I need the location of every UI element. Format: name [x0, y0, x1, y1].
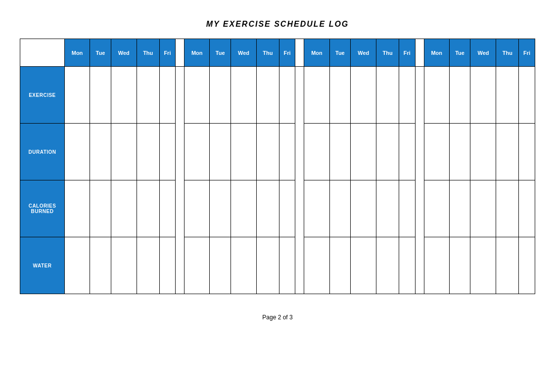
header-week4-fri: Fri	[519, 39, 535, 67]
exercise-w3-wed[interactable]	[351, 67, 376, 124]
water-w3-tue[interactable]	[329, 237, 351, 294]
calories-w4-thu[interactable]	[496, 180, 519, 237]
water-w2-mon[interactable]	[185, 237, 210, 294]
duration-w4-tue[interactable]	[449, 124, 470, 180]
duration-w1-mon[interactable]	[65, 124, 90, 180]
water-w3-fri[interactable]	[399, 237, 416, 294]
duration-w1-tue[interactable]	[90, 124, 111, 180]
water-w1-wed[interactable]	[111, 237, 137, 294]
calories-w1-fri[interactable]	[159, 180, 176, 237]
exercise-w1-wed[interactable]	[111, 67, 137, 124]
duration-w3-tue[interactable]	[329, 124, 351, 180]
water-w3-thu[interactable]	[376, 237, 399, 294]
calories-w1-wed[interactable]	[111, 180, 137, 237]
duration-w3-wed[interactable]	[351, 124, 376, 180]
duration-w4-thu[interactable]	[496, 124, 519, 180]
spacer-cell	[415, 67, 424, 124]
header-week3-fri: Fri	[399, 39, 416, 67]
calories-w2-fri[interactable]	[279, 180, 295, 237]
spacer-cell	[176, 67, 185, 124]
exercise-w4-tue[interactable]	[449, 67, 470, 124]
duration-w1-thu[interactable]	[137, 124, 159, 180]
calories-w2-wed[interactable]	[231, 180, 257, 237]
exercise-w3-thu[interactable]	[376, 67, 399, 124]
duration-w1-fri[interactable]	[159, 124, 176, 180]
calories-w4-tue[interactable]	[449, 180, 470, 237]
corner-cell	[20, 39, 65, 67]
exercise-w1-mon[interactable]	[65, 67, 90, 124]
exercise-w4-wed[interactable]	[470, 67, 496, 124]
calories-w4-fri[interactable]	[519, 180, 535, 237]
duration-w3-fri[interactable]	[399, 124, 416, 180]
exercise-w2-mon[interactable]	[185, 67, 210, 124]
header-week2-fri: Fri	[279, 39, 295, 67]
calories-w4-mon[interactable]	[424, 180, 449, 237]
duration-w2-tue[interactable]	[210, 124, 231, 180]
water-w1-tue[interactable]	[90, 237, 111, 294]
duration-label: DURATION	[20, 124, 65, 180]
water-w4-wed[interactable]	[470, 237, 496, 294]
water-w4-fri[interactable]	[519, 237, 535, 294]
calories-w3-wed[interactable]	[351, 180, 376, 237]
spacer-cell	[295, 124, 304, 180]
water-w4-tue[interactable]	[449, 237, 470, 294]
exercise-w3-mon[interactable]	[304, 67, 329, 124]
water-w2-wed[interactable]	[231, 237, 257, 294]
calories-w1-mon[interactable]	[65, 180, 90, 237]
exercise-w4-fri[interactable]	[519, 67, 535, 124]
duration-w4-mon[interactable]	[424, 124, 449, 180]
duration-w1-wed[interactable]	[111, 124, 137, 180]
water-w1-fri[interactable]	[159, 237, 176, 294]
calories-row: CALORIESBURNED	[20, 180, 535, 237]
spacer-cell	[415, 124, 424, 180]
water-w2-thu[interactable]	[257, 237, 279, 294]
water-w4-mon[interactable]	[424, 237, 449, 294]
duration-w4-fri[interactable]	[519, 124, 535, 180]
exercise-w3-tue[interactable]	[329, 67, 351, 124]
water-w1-thu[interactable]	[137, 237, 159, 294]
duration-w3-mon[interactable]	[304, 124, 329, 180]
exercise-w3-fri[interactable]	[399, 67, 416, 124]
calories-w2-thu[interactable]	[257, 180, 279, 237]
duration-w2-mon[interactable]	[185, 124, 210, 180]
header-week1-mon: Mon	[65, 39, 90, 67]
exercise-w4-mon[interactable]	[424, 67, 449, 124]
calories-w1-thu[interactable]	[137, 180, 159, 237]
water-w1-mon[interactable]	[65, 237, 90, 294]
exercise-w2-wed[interactable]	[231, 67, 257, 124]
calories-w3-thu[interactable]	[376, 180, 399, 237]
water-w3-wed[interactable]	[351, 237, 376, 294]
schedule-table: Mon Tue Wed Thu Fri Mon Tue Wed Thu Fri …	[20, 39, 535, 294]
exercise-label: EXERCISE	[20, 67, 65, 124]
calories-w3-tue[interactable]	[329, 180, 351, 237]
duration-w4-wed[interactable]	[470, 124, 496, 180]
calories-w3-mon[interactable]	[304, 180, 329, 237]
duration-w2-thu[interactable]	[257, 124, 279, 180]
duration-w2-wed[interactable]	[231, 124, 257, 180]
exercise-w2-tue[interactable]	[210, 67, 231, 124]
header-week3-thu: Thu	[376, 39, 399, 67]
calories-w4-wed[interactable]	[470, 180, 496, 237]
calories-w2-tue[interactable]	[210, 180, 231, 237]
water-w3-mon[interactable]	[304, 237, 329, 294]
spacer-cell	[176, 237, 185, 294]
water-w4-thu[interactable]	[496, 237, 519, 294]
water-w2-fri[interactable]	[279, 237, 295, 294]
spacer-cell	[415, 180, 424, 237]
exercise-w1-fri[interactable]	[159, 67, 176, 124]
spacer-cell	[176, 124, 185, 180]
header-week3-wed: Wed	[351, 39, 376, 67]
water-w2-tue[interactable]	[210, 237, 231, 294]
exercise-w4-thu[interactable]	[496, 67, 519, 124]
exercise-w2-fri[interactable]	[279, 67, 295, 124]
duration-w2-fri[interactable]	[279, 124, 295, 180]
exercise-w1-thu[interactable]	[137, 67, 159, 124]
exercise-w1-tue[interactable]	[90, 67, 111, 124]
calories-w1-tue[interactable]	[90, 180, 111, 237]
calories-w2-mon[interactable]	[185, 180, 210, 237]
duration-w3-thu[interactable]	[376, 124, 399, 180]
header-week3-mon: Mon	[304, 39, 329, 67]
calories-w3-fri[interactable]	[399, 180, 416, 237]
header-week2-wed: Wed	[231, 39, 257, 67]
exercise-w2-thu[interactable]	[257, 67, 279, 124]
